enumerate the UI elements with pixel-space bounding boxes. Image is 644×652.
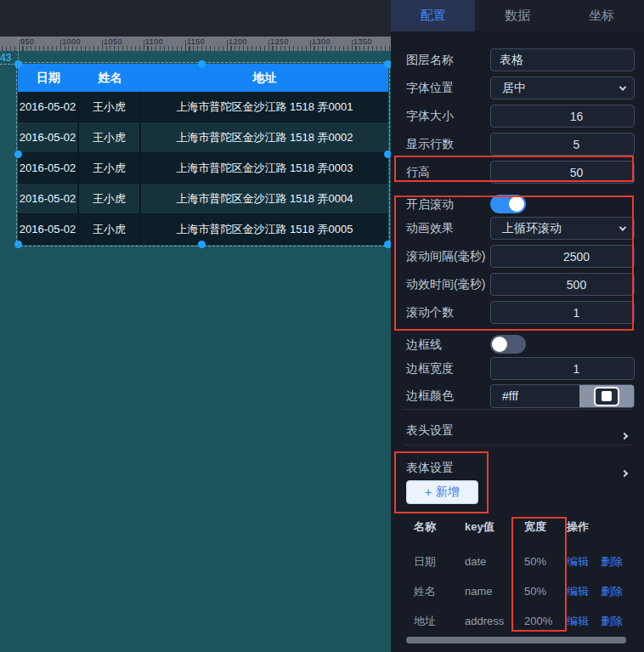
edit-link[interactable]: 编辑 — [567, 613, 589, 630]
edit-link[interactable]: 编辑 — [567, 553, 589, 570]
row-border-color: 边框颜色 #fff — [391, 384, 644, 407]
layer-name-field[interactable] — [490, 48, 635, 71]
cell-address: 上海市普陀区金沙江路 1518 弄0001 — [141, 92, 388, 122]
row-font-position: 字体位置 居中 — [391, 77, 644, 99]
effect-time-input[interactable] — [491, 274, 635, 295]
border-line-toggle[interactable] — [490, 335, 526, 354]
resize-handle-bottom-left[interactable] — [14, 241, 22, 248]
ruler-tick-label: 1300 — [312, 37, 330, 46]
tab-config[interactable]: 配置 — [391, 0, 475, 31]
cell-date: 2016-05-02 — [18, 122, 79, 152]
ruler-tick-label: 1050 — [104, 37, 122, 46]
widget-col-header: 日期 — [18, 64, 79, 92]
scroll-count-field[interactable] — [490, 301, 635, 324]
chevron-right-icon — [622, 427, 627, 442]
border-color-label: 边框颜色 — [406, 384, 454, 407]
column-name: 日期 — [414, 553, 436, 570]
color-swatch-icon — [594, 387, 619, 406]
cell-address: 上海市普陀区金沙江路 1518 弄0002 — [141, 122, 388, 152]
row-border-width: 边框宽度 — [391, 357, 644, 380]
header-settings-label: 表头设置 — [406, 422, 454, 439]
cell-date: 2016-05-02 — [18, 214, 79, 244]
cell-date: 2016-05-02 — [18, 153, 79, 183]
color-picker-button[interactable] — [579, 385, 634, 407]
font-size-field[interactable] — [490, 105, 635, 128]
row-height-label: 行高 — [406, 161, 430, 184]
chevron-down-icon — [612, 77, 634, 99]
visible-rows-input[interactable] — [491, 133, 635, 155]
tab-data[interactable]: 数据 — [475, 0, 559, 31]
resize-handle-top-left[interactable] — [14, 60, 22, 68]
resize-handle-top-right[interactable] — [384, 60, 391, 68]
border-width-field[interactable] — [490, 357, 635, 380]
effect-time-field[interactable] — [490, 273, 635, 296]
widget-table-row: 2016-05-02 王小虎 上海市普陀区金沙江路 1518 弄0002 — [18, 122, 388, 153]
column-key: name — [465, 583, 493, 600]
scroll-count-input[interactable] — [491, 302, 635, 323]
resize-handle-mid-left[interactable] — [14, 150, 22, 158]
animation-value: 上循环滚动 — [491, 218, 612, 239]
cell-date: 2016-05-02 — [18, 184, 79, 213]
animation-select[interactable]: 上循环滚动 — [490, 217, 635, 240]
border-color-field: #fff — [490, 384, 635, 408]
column-name: 姓名 — [414, 583, 436, 600]
animation-label: 动画效果 — [406, 217, 454, 240]
row-scroll-enabled: 开启滚动 — [391, 193, 644, 216]
border-color-input[interactable]: #fff — [491, 385, 579, 407]
layer-name-label: 图层名称 — [406, 48, 454, 71]
widget-col-header: 地址 — [141, 64, 388, 92]
scroll-interval-input[interactable] — [491, 246, 635, 267]
scroll-count-label: 滚动个数 — [406, 301, 454, 324]
column-key: address — [465, 613, 504, 630]
toggle-knob — [509, 196, 524, 212]
edit-link[interactable]: 编辑 — [567, 583, 589, 600]
border-width-input[interactable] — [491, 358, 635, 379]
cell-name: 王小虎 — [79, 122, 141, 152]
font-size-label: 字体大小 — [406, 105, 454, 128]
row-height-field[interactable] — [490, 161, 635, 184]
canvas-area[interactable]: 950 1000 1050 1100 1150 1200 1250 1300 1… — [0, 0, 391, 652]
delete-link[interactable]: 删除 — [601, 553, 623, 570]
delete-link[interactable]: 删除 — [601, 613, 623, 630]
delete-link[interactable]: 删除 — [601, 583, 623, 600]
visible-rows-field[interactable] — [490, 133, 635, 156]
scroll-interval-field[interactable] — [490, 245, 635, 268]
border-line-label: 边框线 — [406, 333, 442, 356]
table-widget[interactable]: 日期 姓名 地址 2016-05-02 王小虎 上海市普陀区金沙江路 1518 … — [18, 64, 388, 245]
ruler-origin-label: 43 — [0, 52, 11, 64]
font-position-label: 字体位置 — [406, 77, 454, 99]
plus-icon: + — [425, 485, 432, 499]
resize-handle-bottom-mid[interactable] — [198, 241, 206, 248]
tab-coordinates[interactable]: 坐标 — [560, 0, 644, 31]
cell-name: 王小虎 — [79, 153, 141, 183]
resize-handle-mid-right[interactable] — [384, 150, 391, 158]
add-column-button[interactable]: + 新增 — [406, 480, 478, 504]
section-header-settings[interactable]: 表头设置 — [391, 422, 644, 439]
font-size-input[interactable] — [491, 105, 635, 127]
layer-name-input[interactable] — [491, 49, 635, 71]
horizontal-scrollbar[interactable] — [406, 637, 626, 643]
ruler-tick-label: 1000 — [62, 37, 81, 46]
row-visible-rows: 显示行数 — [391, 133, 644, 156]
scroll-interval-label: 滚动间隔(毫秒) — [406, 245, 485, 268]
row-font-size: 字体大小 — [391, 105, 644, 128]
cell-address: 上海市普陀区金沙江路 1518 弄0003 — [141, 153, 388, 183]
canvas-topbar — [0, 0, 391, 37]
toggle-knob — [492, 337, 507, 352]
row-height-input[interactable] — [491, 162, 635, 183]
ruler-tick-label: 1350 — [353, 37, 372, 46]
columns-header-key: key值 — [465, 519, 494, 536]
cell-name: 王小虎 — [79, 184, 141, 213]
ruler-tick-label: 1200 — [229, 37, 247, 46]
scroll-enabled-toggle[interactable] — [490, 195, 526, 213]
resize-handle-bottom-right[interactable] — [384, 241, 391, 248]
resize-handle-top-mid[interactable] — [198, 60, 206, 68]
column-key: date — [465, 553, 486, 570]
ruler-tick-label: 1250 — [270, 37, 289, 46]
chevron-down-icon — [612, 218, 634, 239]
section-body-settings[interactable]: 表体设置 — [391, 459, 644, 476]
font-position-select[interactable]: 居中 — [490, 77, 635, 99]
font-position-value: 居中 — [491, 77, 612, 99]
border-width-label: 边框宽度 — [406, 357, 454, 380]
widget-table-row: 2016-05-02 王小虎 上海市普陀区金沙江路 1518 弄0003 — [18, 153, 388, 184]
